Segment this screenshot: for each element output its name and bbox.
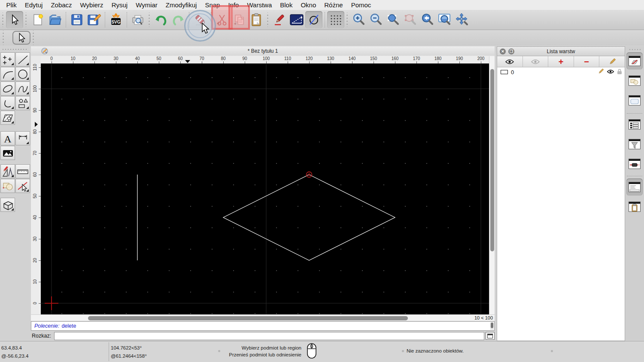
vertical-scrollbar-thumb[interactable] (490, 69, 494, 251)
ruler-icon (17, 166, 29, 178)
select-tool-button[interactable] (6, 11, 23, 28)
relative-polar: @61.2464<158° (111, 352, 147, 360)
remove-layer-button[interactable]: − (574, 56, 600, 67)
menu-item-wymiar[interactable]: Wymiar (132, 1, 162, 9)
layer-color-swatch[interactable] (501, 70, 508, 74)
toolbar-drag-handle[interactable] (1, 12, 5, 27)
zoom-out-button[interactable] (368, 11, 385, 28)
save-as-button[interactable] (85, 11, 103, 28)
toolbar-drag-handle[interactable] (346, 12, 349, 27)
arc-tool[interactable] (0, 67, 15, 81)
menu-item-wybierz[interactable]: Wybierz (76, 1, 107, 9)
drawing-window-titlebar[interactable]: * Bez tytułu 1 (31, 46, 495, 56)
clipboard-widget-toggle[interactable] (626, 198, 643, 215)
menu-item-edytuj[interactable]: Edytuj (21, 1, 47, 9)
toolbar-drag-handle[interactable] (148, 12, 151, 27)
menu-item-zobacz[interactable]: Zobacz (47, 1, 76, 9)
modify-icon (2, 166, 14, 178)
redo-button[interactable] (170, 11, 187, 28)
h-ruler-label: 60 (178, 56, 182, 61)
dock-drag-handle[interactable] (629, 48, 641, 51)
dimension-tool[interactable] (15, 131, 30, 145)
command-history-scrollbar[interactable] (490, 322, 494, 330)
delete-button[interactable] (191, 11, 209, 28)
block-list-toggle[interactable] (626, 72, 643, 89)
menu-item-zmodyfikuj[interactable]: Zmodyfikuj (161, 1, 201, 9)
modify-tools[interactable] (0, 164, 15, 178)
solid-3d-tool[interactable] (0, 198, 15, 212)
toolbar-drag-handle[interactable] (24, 12, 28, 27)
paste-button[interactable] (248, 11, 265, 28)
horizontal-scrollbar[interactable]: 10 < 100 (31, 314, 495, 321)
draw-pen-button[interactable] (271, 11, 288, 28)
filter-widget-toggle[interactable] (626, 136, 643, 153)
zoom-auto-button[interactable] (385, 11, 402, 28)
layer-lock-icon[interactable] (617, 69, 622, 75)
library-browser-toggle[interactable] (626, 92, 643, 109)
zoom-pan-button[interactable] (453, 11, 471, 28)
new-document-button[interactable] (29, 11, 46, 28)
layer-panel-titlebar[interactable]: ✕ ❐ Lista warstw (497, 47, 625, 56)
polyline-tool[interactable] (0, 96, 15, 110)
spline-tool[interactable] (15, 81, 30, 96)
command-input[interactable] (54, 332, 484, 340)
layer-list-toggle[interactable] (626, 52, 643, 69)
menu-item-blok[interactable]: Blok (276, 1, 297, 9)
command-widget-toggle[interactable] (626, 178, 643, 196)
hide-all-layers-button[interactable] (523, 56, 549, 67)
grid-toggle-button[interactable] (327, 11, 344, 28)
layer-visibility-eye-icon[interactable] (607, 69, 614, 74)
v-ruler-label: 0 (33, 299, 39, 308)
menu-item-plik[interactable]: Plik (2, 1, 21, 9)
layer-row[interactable]: 0 (497, 67, 625, 77)
print-preview-button[interactable] (129, 11, 146, 28)
zoom-window-button[interactable] (436, 11, 453, 28)
cut-button[interactable]: + (213, 11, 231, 28)
selection-pointer-button[interactable] (12, 31, 30, 45)
entity-list-toggle[interactable] (626, 116, 643, 133)
vertical-scrollbar[interactable] (489, 56, 495, 314)
undo-button[interactable] (152, 11, 170, 28)
line-draft-mode-button[interactable] (288, 11, 305, 28)
toolbar-drag-handle[interactable] (266, 12, 270, 27)
cad-polygon[interactable] (223, 175, 395, 260)
points-icon (2, 54, 14, 66)
layers-widget-icon (629, 56, 641, 66)
zoom-selection-button[interactable] (402, 11, 419, 28)
show-all-layers-button[interactable] (497, 56, 523, 67)
toolbar-drag-handle[interactable] (32, 30, 35, 45)
measure-tool[interactable] (15, 164, 30, 178)
h-ruler-label: 80 (221, 56, 225, 61)
copy-button[interactable]: + (231, 11, 248, 28)
open-file-button[interactable] (46, 11, 64, 28)
drawing-canvas[interactable] (41, 63, 489, 314)
add-layer-button[interactable]: + (548, 56, 574, 67)
menu-item-pomoc[interactable]: Pomoc (347, 1, 375, 9)
circle-tool[interactable] (15, 67, 30, 81)
menu-item-różne[interactable]: Różne (320, 1, 347, 9)
construction-circle-button[interactable] (305, 11, 322, 28)
select-entity-tool[interactable] (15, 179, 30, 193)
horizontal-scrollbar-thumb[interactable] (88, 316, 408, 320)
points-tool[interactable] (0, 52, 15, 66)
edit-layer-button[interactable] (599, 56, 625, 67)
line-tool[interactable] (15, 52, 30, 66)
toolbar-drag-handle[interactable] (2, 30, 5, 45)
export-svg-button[interactable]: SVG (107, 11, 125, 28)
menu-item-okno[interactable]: Okno (297, 1, 320, 9)
shapes-tool[interactable] (15, 96, 30, 110)
boolean-tool[interactable] (0, 179, 15, 193)
text-tool[interactable]: A (0, 131, 15, 145)
layer-edit-pencil-icon[interactable] (598, 68, 604, 75)
command-options-button[interactable] (486, 332, 495, 340)
zoom-previous-button[interactable] (419, 11, 436, 28)
pen-palette-toggle[interactable] (626, 155, 643, 172)
image-tool[interactable] (0, 146, 15, 160)
ellipse-tool[interactable] (0, 81, 15, 96)
zoom-in-button[interactable] (350, 11, 368, 28)
dock-separator (627, 176, 642, 176)
save-button[interactable] (68, 11, 85, 28)
menu-item-rysuj[interactable]: Rysuj (107, 1, 132, 9)
hatch-tool[interactable] (0, 111, 15, 125)
palette-drag-handle[interactable] (2, 48, 28, 51)
